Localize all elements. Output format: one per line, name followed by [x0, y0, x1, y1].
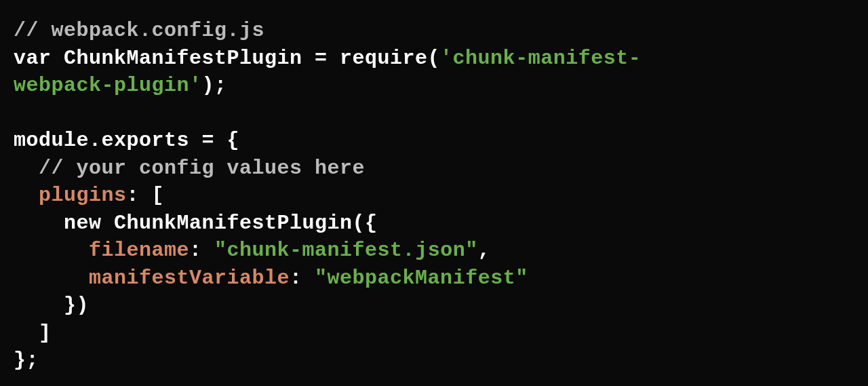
indent — [14, 184, 39, 207]
code-line-5: module.exports = { — [14, 127, 854, 155]
code-line-12: ] — [14, 320, 854, 347]
string-text: "chunk-manifest.json" — [214, 239, 478, 262]
code-text: var ChunkManifestPlugin = require( — [14, 47, 440, 70]
property-text: manifestVariable — [89, 267, 290, 290]
indent — [14, 239, 89, 262]
code-text: : — [290, 267, 315, 290]
indent — [14, 267, 89, 290]
code-line-4 — [14, 100, 854, 128]
code-line-6: // your config values here — [14, 155, 854, 182]
code-text: : — [189, 239, 214, 262]
code-line-2: var ChunkManifestPlugin = require('chunk… — [14, 45, 854, 73]
property-text: plugins — [39, 184, 127, 207]
string-text: 'chunk-manifest- — [440, 47, 641, 70]
code-text: ); — [202, 74, 227, 97]
code-line-9: filename: "chunk-manifest.json", — [14, 237, 854, 265]
code-line-10: manifestVariable: "webpackManifest" — [14, 265, 854, 292]
code-line-3: webpack-plugin'); — [14, 72, 854, 100]
comment-text: // your config values here — [14, 157, 365, 180]
code-line-11: }) — [14, 292, 854, 320]
code-line-7: plugins: [ — [14, 182, 854, 210]
code-text: , — [478, 239, 491, 262]
code-line-1: // webpack.config.js — [14, 17, 854, 45]
code-text: module.exports = { — [14, 129, 239, 152]
code-text: }; — [14, 349, 39, 372]
code-text: new ChunkManifestPlugin({ — [14, 212, 378, 235]
string-text: "webpackManifest" — [315, 267, 528, 290]
property-text: filename — [89, 239, 189, 262]
code-text: }) — [14, 294, 89, 317]
code-text: : [ — [127, 184, 165, 207]
string-text: webpack-plugin' — [14, 74, 202, 97]
comment-text: // webpack.config.js — [14, 19, 264, 42]
code-text: ] — [14, 322, 52, 345]
code-line-8: new ChunkManifestPlugin({ — [14, 210, 854, 237]
code-line-13: }; — [14, 347, 854, 374]
code-block: // webpack.config.js var ChunkManifestPl… — [14, 17, 854, 374]
